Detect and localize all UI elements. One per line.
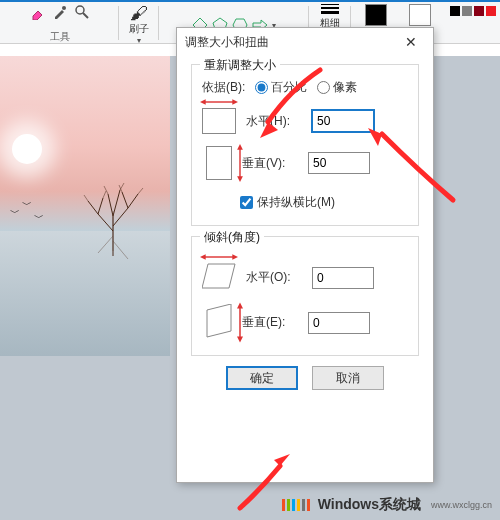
- horizontal-rect-icon: [202, 108, 236, 134]
- svg-marker-19: [237, 303, 243, 309]
- basis-row: 依据(B): 百分比 像素: [202, 79, 408, 96]
- magnifier-icon[interactable]: [74, 4, 90, 20]
- skew-v-parallelogram-icon: [206, 304, 232, 338]
- keep-ratio-input[interactable]: [240, 196, 253, 209]
- color-picker-icon[interactable]: [52, 4, 68, 20]
- windows-flag-icon: [282, 499, 312, 511]
- skew-v-row: 垂直(E):: [202, 304, 408, 341]
- skew-h-parallelogram-icon: [202, 263, 236, 289]
- palette-swatch[interactable]: [474, 6, 484, 16]
- ribbon-caption-tools: 工具: [6, 30, 114, 44]
- vertical-row: 垂直(V):: [202, 146, 408, 180]
- radio-pixels-input[interactable]: [317, 81, 330, 94]
- tree-reflection: [78, 231, 148, 291]
- footer-watermark: Windows系统城 www.wxclgg.cn: [282, 496, 492, 514]
- skew-v-label: 垂直(E):: [242, 314, 298, 331]
- svg-marker-16: [202, 264, 235, 288]
- svg-marker-0: [33, 11, 42, 20]
- ribbon-separator-2: [158, 6, 159, 40]
- sun: [12, 134, 42, 164]
- skew-group: 倾斜(角度) 水平(O): 垂直(E):: [191, 236, 419, 356]
- skew-v-arrows-icon: [236, 302, 244, 343]
- palette-swatch[interactable]: [462, 6, 472, 16]
- radio-percent-input[interactable]: [255, 81, 268, 94]
- dialog-button-row: 确定 取消: [191, 366, 419, 390]
- svg-marker-20: [237, 337, 243, 343]
- svg-marker-15: [232, 254, 238, 260]
- bird-icon: ﹀: [22, 198, 32, 212]
- horizontal-input[interactable]: [312, 110, 374, 132]
- ribbon-group-brush: 🖌 刷子 ▾: [122, 2, 156, 46]
- brush-label: 刷子: [129, 22, 149, 36]
- horizontal-label: 水平(H):: [246, 113, 302, 130]
- brush-icon: 🖌: [130, 4, 148, 22]
- resize-group: 重新调整大小 依据(B): 百分比 像素: [191, 64, 419, 226]
- dialog-titlebar[interactable]: 调整大小和扭曲 ✕: [177, 28, 433, 56]
- svg-marker-17: [207, 304, 231, 337]
- skew-h-input[interactable]: [312, 267, 374, 289]
- horizontal-row: 水平(H):: [202, 108, 408, 134]
- color1-swatch: [365, 4, 387, 26]
- ribbon-separator-1: [118, 6, 119, 40]
- skew-group-title: 倾斜(角度): [200, 229, 264, 246]
- bird-icon: ﹀: [10, 206, 20, 220]
- svg-point-1: [62, 6, 66, 10]
- ribbon-group-tools: 工具: [6, 2, 114, 46]
- palette-swatch[interactable]: [450, 6, 460, 16]
- svg-marker-8: [200, 99, 206, 105]
- eraser-icon[interactable]: [30, 4, 46, 20]
- footer-brand: Windows系统城: [318, 496, 421, 514]
- svg-marker-9: [232, 99, 238, 105]
- skew-h-label: 水平(O):: [246, 269, 302, 286]
- resize-group-title: 重新调整大小: [200, 57, 280, 74]
- skew-h-row: 水平(O):: [202, 263, 408, 292]
- vertical-label: 垂直(V):: [242, 155, 298, 172]
- vertical-rect-icon: [206, 146, 232, 180]
- radio-pixels[interactable]: 像素: [317, 79, 357, 96]
- svg-point-2: [76, 6, 84, 14]
- brush-button[interactable]: 🖌 刷子 ▾: [129, 4, 149, 45]
- horizontal-arrows-icon: [200, 98, 238, 106]
- keep-ratio-checkbox[interactable]: 保持纵横比(M): [240, 194, 408, 211]
- palette-swatch[interactable]: [486, 6, 496, 16]
- footer-url: www.wxclgg.cn: [431, 500, 492, 510]
- ribbon-group-palette: [448, 2, 498, 46]
- color2-swatch: [409, 4, 431, 26]
- svg-marker-12: [237, 176, 243, 182]
- bird-icon: ﹀: [34, 211, 44, 225]
- basis-label: 依据(B):: [202, 79, 245, 96]
- vertical-input[interactable]: [308, 152, 370, 174]
- radio-percent[interactable]: 百分比: [255, 79, 307, 96]
- canvas[interactable]: ﹀ ﹀ ﹀: [0, 56, 170, 356]
- skew-v-input[interactable]: [308, 312, 370, 334]
- skew-h-arrows-icon: [200, 253, 238, 261]
- dialog-title: 调整大小和扭曲: [185, 34, 269, 51]
- tool-icons-row: [30, 4, 90, 20]
- svg-line-3: [83, 13, 88, 18]
- resize-skew-dialog: 调整大小和扭曲 ✕ 重新调整大小 依据(B): 百分比 像素: [176, 27, 434, 483]
- svg-marker-11: [237, 144, 243, 150]
- vertical-arrows-icon: [236, 144, 244, 182]
- cancel-button[interactable]: 取消: [312, 366, 384, 390]
- svg-marker-14: [200, 254, 206, 260]
- close-button[interactable]: ✕: [397, 31, 425, 53]
- ok-button[interactable]: 确定: [226, 366, 298, 390]
